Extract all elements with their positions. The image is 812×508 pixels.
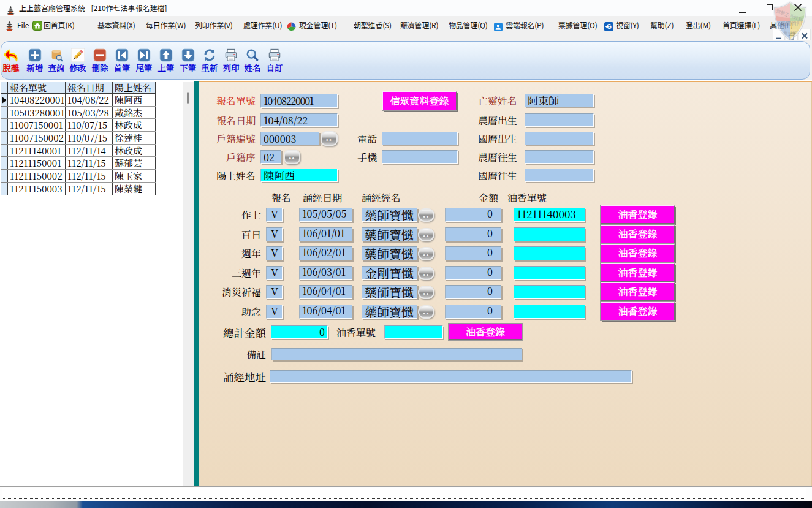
svg-text:最優資訊: 最優資訊 <box>780 19 802 27</box>
